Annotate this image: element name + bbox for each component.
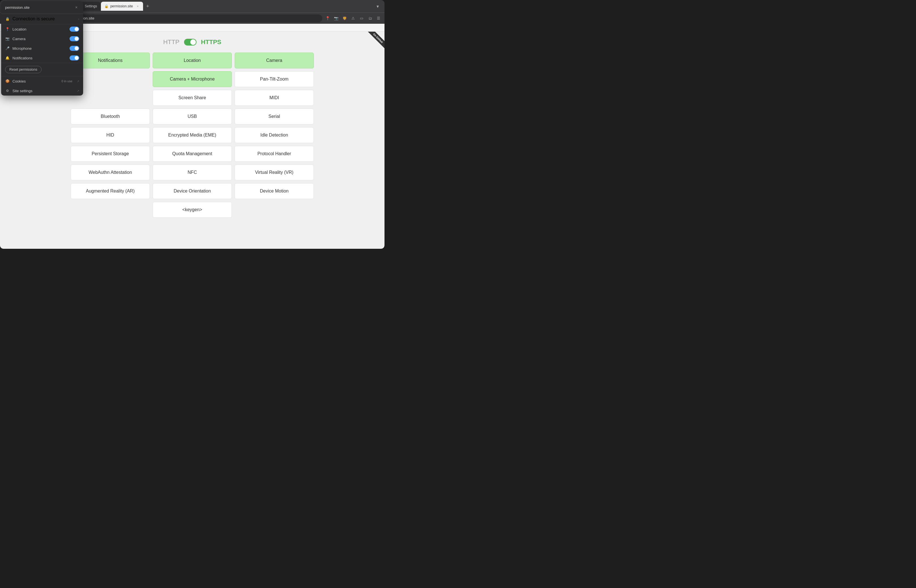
microphone-perm-icon: 🎤 bbox=[5, 46, 10, 51]
popup-cookies-item[interactable]: 🍪 Cookies 0 in use ↗ bbox=[1, 76, 83, 86]
perm-screen-share[interactable]: Screen Share bbox=[153, 90, 232, 106]
reset-btn-container: Reset permissions bbox=[1, 63, 83, 76]
cookies-count: 0 in use bbox=[61, 79, 73, 83]
perm-serial[interactable]: Serial bbox=[235, 108, 314, 124]
perm-protocol-handler[interactable]: Protocol Handler bbox=[235, 146, 314, 162]
cookies-icon: 🍪 bbox=[5, 79, 10, 83]
shields-icon[interactable]: ⚠ bbox=[349, 15, 357, 22]
site-settings-external-icon: ↗ bbox=[77, 89, 79, 92]
github-ribbon-text: On GitHub bbox=[367, 32, 384, 49]
brave-icon[interactable]: 🦁 bbox=[341, 15, 348, 22]
github-ribbon[interactable]: On GitHub bbox=[362, 32, 384, 54]
popup-permissions-section: 📍 Location 📷 Camera 🎤 Microphone 🔔 Noti bbox=[1, 24, 83, 63]
popup-perm-camera: 📷 Camera bbox=[1, 34, 83, 44]
popup-perm-notifications: 🔔 Notifications bbox=[1, 53, 83, 63]
popup-perm-location: 📍 Location bbox=[1, 24, 83, 34]
tab-permission-icon: 🔒 bbox=[104, 4, 108, 8]
protocol-toggle: HTTP HTTPS bbox=[163, 39, 221, 46]
microphone-perm-label: Microphone bbox=[13, 46, 67, 51]
menu-icon[interactable]: ☰ bbox=[375, 15, 382, 22]
popup-header: permission.site × bbox=[1, 1, 83, 14]
perm-webauthn[interactable]: WebAuthn Attestation bbox=[71, 165, 150, 180]
perm-pan-tilt-zoom[interactable]: Pan-Tilt-Zoom bbox=[235, 71, 314, 87]
cookies-label: Cookies bbox=[13, 79, 58, 83]
perm-persistent-storage[interactable]: Persistent Storage bbox=[71, 146, 150, 162]
chevron-right-icon: › bbox=[78, 18, 79, 21]
perm-hid[interactable]: HID bbox=[71, 127, 150, 143]
camera-toggle[interactable] bbox=[69, 36, 79, 41]
address-bar[interactable]: 🔒 https://permission.site bbox=[50, 15, 322, 22]
popup-close-button[interactable]: × bbox=[74, 5, 79, 10]
lock-icon: 🔒 bbox=[5, 17, 10, 21]
notifications-perm-label: Notifications bbox=[13, 56, 67, 60]
perm-keygen[interactable]: <keygen> bbox=[153, 202, 232, 218]
browser-frame: 🖼 brad.crypto's NFT Collection ⚙ Setting… bbox=[0, 0, 384, 249]
tab-permission-site[interactable]: 🔒 permission.site × bbox=[101, 2, 143, 11]
camera-toolbar-icon[interactable]: 📷 bbox=[333, 15, 340, 22]
window-icon[interactable]: ▭ bbox=[358, 15, 365, 22]
popup-title: permission.site bbox=[5, 5, 30, 10]
protocol-https-label: HTTPS bbox=[201, 39, 221, 46]
tab-settings-label: Settings bbox=[85, 4, 97, 8]
permission-popup: permission.site × 🔒 Connection is secure… bbox=[1, 1, 83, 95]
site-settings-label: Site settings bbox=[13, 89, 74, 93]
microphone-toggle[interactable] bbox=[69, 46, 79, 51]
perm-quota-management[interactable]: Quota Management bbox=[153, 146, 232, 162]
tab-close-button[interactable]: × bbox=[136, 4, 140, 8]
perm-device-motion[interactable]: Device Motion bbox=[235, 183, 314, 199]
perm-idle-detection[interactable]: Idle Detection bbox=[235, 127, 314, 143]
perm-device-orientation[interactable]: Device Orientation bbox=[153, 183, 232, 199]
cookies-external-icon: ↗ bbox=[77, 80, 79, 83]
location-toolbar-icon[interactable]: 📍 bbox=[324, 15, 331, 22]
tab-permission-label: permission.site bbox=[110, 4, 133, 8]
notifications-toggle[interactable] bbox=[69, 55, 79, 60]
perm-nfc[interactable]: NFC bbox=[153, 165, 232, 180]
camera-perm-label: Camera bbox=[13, 37, 67, 41]
location-toggle[interactable] bbox=[69, 27, 79, 32]
perm-location[interactable]: Location bbox=[153, 53, 232, 68]
popup-site-settings-item[interactable]: ⚙ Site settings ↗ bbox=[1, 86, 83, 95]
reset-permissions-button[interactable]: Reset permissions bbox=[5, 66, 42, 73]
toolbar-right: 📍 📷 🦁 ⚠ ▭ 🗂 ☰ bbox=[324, 15, 382, 22]
location-perm-label: Location bbox=[13, 27, 67, 31]
camera-perm-icon: 📷 bbox=[5, 37, 10, 41]
location-perm-icon: 📍 bbox=[5, 27, 10, 31]
perm-midi[interactable]: MIDI bbox=[235, 90, 314, 106]
perm-bluetooth[interactable]: Bluetooth bbox=[71, 108, 150, 124]
perm-virtual-reality[interactable]: Virtual Reality (VR) bbox=[235, 165, 314, 180]
connection-secure-label: Connection is secure bbox=[13, 16, 76, 21]
perm-camera-mic[interactable]: Camera + Microphone bbox=[153, 71, 232, 87]
connection-secure-item[interactable]: 🔒 Connection is secure › bbox=[1, 14, 83, 24]
perm-camera[interactable]: Camera bbox=[235, 53, 314, 68]
perm-usb[interactable]: USB bbox=[153, 108, 232, 124]
notifications-perm-icon: 🔔 bbox=[5, 56, 10, 60]
popup-perm-microphone: 🎤 Microphone bbox=[1, 44, 83, 53]
site-settings-icon: ⚙ bbox=[5, 89, 10, 93]
protocol-switch[interactable] bbox=[184, 39, 197, 45]
permission-grid: Notifications Location Camera Camera + M… bbox=[71, 53, 314, 218]
perm-encrypted-media[interactable]: Encrypted Media (EME) bbox=[153, 127, 232, 143]
wallet-icon[interactable]: 🗂 bbox=[367, 15, 374, 22]
protocol-http-label: HTTP bbox=[163, 39, 179, 46]
perm-augmented-reality[interactable]: Augmented Reality (AR) bbox=[71, 183, 150, 199]
new-tab-button[interactable]: + bbox=[144, 2, 152, 10]
tab-list-button[interactable]: ▾ bbox=[374, 3, 381, 10]
